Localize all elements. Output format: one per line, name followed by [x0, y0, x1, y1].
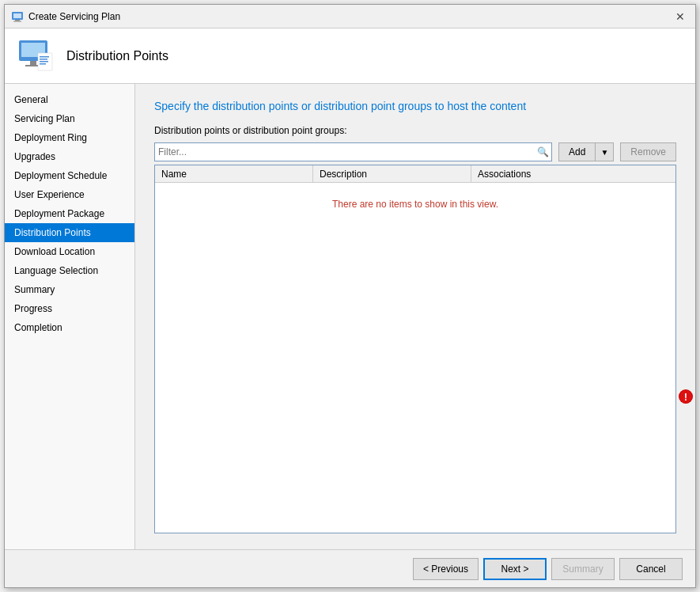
column-description: Description: [313, 165, 471, 182]
sidebar-item-deployment-ring[interactable]: Deployment Ring: [5, 128, 134, 147]
page-heading: Specify the distribution points or distr…: [154, 100, 676, 112]
add-button[interactable]: Add: [558, 142, 595, 161]
remove-button[interactable]: Remove: [620, 142, 676, 161]
search-icon: 🔍: [537, 146, 549, 157]
empty-message: There are no items to show in this view.: [155, 183, 675, 226]
sidebar-item-distribution-points[interactable]: Distribution Points: [5, 223, 134, 242]
svg-text:!: !: [684, 391, 687, 403]
list-header: Name Description Associations: [155, 165, 675, 183]
title-bar-text: Create Servicing Plan: [28, 11, 672, 22]
title-bar-icon: [11, 10, 24, 23]
footer: < Previous Next > Summary Cancel: [5, 549, 695, 587]
previous-button[interactable]: < Previous: [413, 558, 479, 580]
filter-and-buttons-row: 🔍 Add ▼ Remove: [154, 142, 676, 161]
content-area: General Servicing Plan Deployment Ring U…: [5, 84, 695, 549]
filter-input[interactable]: [154, 142, 552, 161]
sidebar-item-language-selection[interactable]: Language Selection: [5, 261, 134, 280]
svg-rect-10: [40, 59, 47, 60]
svg-rect-11: [40, 61, 48, 63]
sidebar-item-user-experience[interactable]: User Experience: [5, 185, 134, 204]
header-computer-icon: [17, 37, 55, 75]
cancel-button[interactable]: Cancel: [619, 558, 683, 580]
svg-rect-6: [30, 61, 36, 65]
header-title: Distribution Points: [66, 49, 168, 63]
sidebar: General Servicing Plan Deployment Ring U…: [5, 84, 135, 549]
header-section: Distribution Points: [5, 28, 695, 84]
close-button[interactable]: ✕: [672, 8, 689, 25]
sidebar-item-deployment-schedule[interactable]: Deployment Schedule: [5, 166, 134, 185]
sidebar-item-summary[interactable]: Summary: [5, 280, 134, 299]
sidebar-item-download-location[interactable]: Download Location: [5, 242, 134, 261]
sidebar-item-general[interactable]: General: [5, 90, 134, 109]
next-button[interactable]: Next >: [483, 558, 547, 580]
section-label: Distribution points or distribution poin…: [154, 125, 676, 136]
svg-rect-9: [40, 56, 49, 58]
svg-rect-3: [13, 21, 21, 21]
add-dropdown-button[interactable]: ▼: [595, 142, 614, 161]
svg-rect-2: [15, 20, 20, 21]
dialog-window: Create Servicing Plan ✕ Distribution Poi…: [4, 4, 696, 588]
warning-icon-container: !: [678, 389, 694, 407]
main-content: Specify the distribution points or distr…: [135, 84, 695, 549]
sidebar-item-deployment-package[interactable]: Deployment Package: [5, 204, 134, 223]
sidebar-item-upgrades[interactable]: Upgrades: [5, 147, 134, 166]
title-bar: Create Servicing Plan ✕: [5, 5, 695, 28]
distribution-points-list: Name Description Associations There are …: [154, 165, 676, 533]
sidebar-item-servicing-plan[interactable]: Servicing Plan: [5, 109, 134, 128]
sidebar-item-progress[interactable]: Progress: [5, 299, 134, 318]
warning-icon: !: [678, 389, 694, 404]
filter-input-wrap: 🔍: [154, 142, 552, 161]
column-associations: Associations: [471, 165, 675, 182]
add-button-group: Add ▼: [558, 142, 614, 161]
sidebar-item-completion[interactable]: Completion: [5, 318, 134, 337]
svg-rect-1: [13, 13, 21, 18]
summary-button[interactable]: Summary: [551, 558, 615, 580]
column-name: Name: [155, 165, 313, 182]
svg-rect-12: [40, 63, 46, 65]
